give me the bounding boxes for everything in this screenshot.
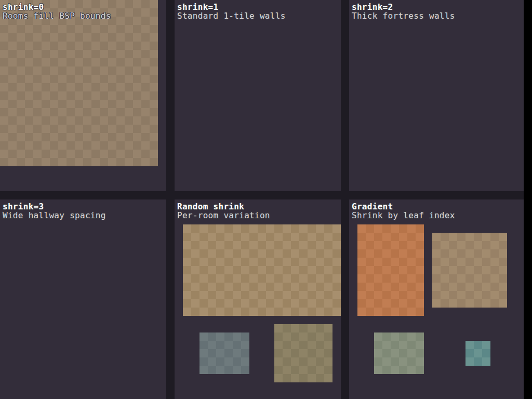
panel-subtitle-shrink-2: Thick fortress walls (352, 11, 455, 20)
panel-text-random-shrink: Random shrinkPer-room variation (177, 202, 270, 220)
room-rect-gradient-0 (357, 224, 424, 316)
panel-shrink-1: shrink=1Standard 1-tile walls (175, 0, 341, 191)
panel-shrink-0: shrink=0Rooms fill BSP bounds (0, 0, 166, 191)
panel-subtitle-shrink-3: Wide hallway spacing (3, 211, 106, 220)
room-rect-gradient-3 (466, 341, 490, 366)
panel-text-gradient: GradientShrink by leaf index (352, 202, 455, 220)
panel-text-shrink-2: shrink=2Thick fortress walls (352, 3, 455, 20)
panel-random-shrink: Random shrinkPer-room variation (175, 200, 341, 399)
room-rect-random-shrink-1 (200, 332, 249, 374)
panel-text-shrink-1: shrink=1Standard 1-tile walls (177, 3, 286, 20)
panel-text-shrink-3: shrink=3Wide hallway spacing (3, 202, 106, 220)
room-rect-gradient-1 (432, 233, 507, 308)
room-rect-gradient-2 (374, 332, 424, 374)
bsp-shrink-demo-screen: shrink=0Rooms fill BSP boundsshrink=1Sta… (0, 0, 532, 399)
panel-title-gradient: Gradient (352, 202, 455, 211)
room-rect-random-shrink-2 (274, 324, 332, 382)
panel-subtitle-random-shrink: Per-room variation (177, 211, 270, 220)
panel-title-shrink-3: shrink=3 (3, 202, 106, 211)
panel-shrink-2: shrink=2Thick fortress walls (349, 0, 524, 191)
panel-title-shrink-1: shrink=1 (177, 3, 286, 11)
panel-shrink-3: shrink=3Wide hallway spacing (0, 200, 166, 399)
panel-title-random-shrink: Random shrink (177, 202, 270, 211)
room-rect-random-shrink-0 (183, 224, 341, 316)
panel-title-shrink-2: shrink=2 (352, 3, 455, 11)
panel-subtitle-gradient: Shrink by leaf index (352, 211, 455, 220)
room-rect-shrink-0-0 (0, 0, 158, 166)
panel-subtitle-shrink-1: Standard 1-tile walls (177, 11, 286, 20)
panel-gradient: GradientShrink by leaf index (349, 200, 524, 399)
